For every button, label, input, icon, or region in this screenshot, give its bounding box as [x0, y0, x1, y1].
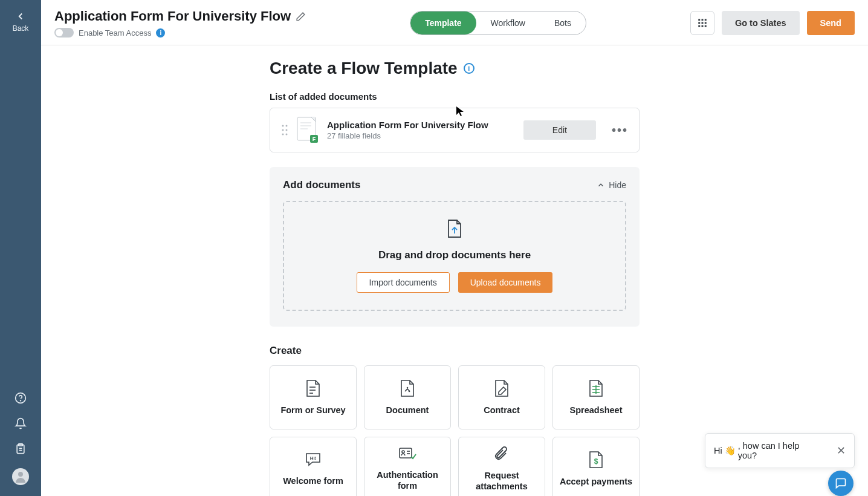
create-card-label: Document — [386, 405, 429, 416]
document-name: Application Form For University Flow — [327, 120, 515, 130]
svg-text:F: F — [313, 136, 316, 142]
svg-rect-7 — [698, 19, 700, 21]
team-access-label: Enable Team Access — [79, 28, 151, 38]
create-auth-card[interactable]: Authentication form — [364, 437, 451, 496]
svg-point-20 — [282, 134, 284, 135]
upload-documents-button[interactable]: Upload documents — [458, 272, 553, 293]
attachment-icon — [494, 446, 510, 463]
svg-point-17 — [286, 125, 288, 127]
payments-icon: $ — [588, 451, 604, 469]
svg-text:Hi!: Hi! — [310, 455, 317, 461]
mode-segmented-control: Template Workflow Bots — [410, 11, 586, 35]
chevron-up-icon — [597, 181, 605, 189]
svg-point-1 — [21, 400, 21, 401]
svg-rect-13 — [698, 25, 700, 27]
create-document-card[interactable]: Document — [364, 365, 451, 429]
top-header: Application Form For University Flow Ena… — [41, 0, 868, 45]
contract-icon — [494, 379, 510, 397]
create-title: Create — [270, 345, 640, 357]
document-meta: 27 fillable fields — [327, 131, 515, 140]
svg-point-21 — [286, 134, 288, 135]
svg-rect-11 — [701, 22, 703, 24]
create-card-label: Authentication form — [369, 469, 445, 491]
page-title: Create a Flow Template — [270, 59, 458, 78]
svg-rect-15 — [705, 25, 707, 27]
page-title-info-icon[interactable]: i — [464, 63, 474, 74]
spreadsheet-icon — [588, 379, 604, 397]
auth-icon — [398, 446, 416, 462]
tab-workflow[interactable]: Workflow — [476, 11, 540, 34]
document-thumb-icon: F — [297, 117, 319, 143]
create-contract-card[interactable]: Contract — [458, 365, 545, 429]
team-access-info-icon[interactable]: i — [156, 28, 165, 38]
create-card-label: Spreadsheet — [569, 405, 622, 416]
send-button[interactable]: Send — [807, 11, 855, 35]
add-documents-section: Add documents Hide Drag and drop documen… — [270, 167, 640, 327]
tab-template[interactable]: Template — [410, 11, 476, 34]
create-card-label: Welcome form — [283, 475, 343, 486]
hide-label: Hide — [609, 180, 626, 190]
upload-file-icon — [446, 219, 463, 238]
back-label: Back — [13, 24, 29, 33]
add-documents-title: Add documents — [283, 179, 360, 191]
team-access-toggle[interactable] — [54, 28, 74, 38]
avatar[interactable] — [12, 468, 29, 485]
grid-icon — [697, 18, 708, 28]
left-sidebar: Back — [0, 0, 41, 496]
svg-rect-10 — [698, 22, 700, 24]
chat-popup: Hi 👋, how can I help you? ✕ — [705, 433, 855, 468]
bell-icon[interactable] — [15, 417, 27, 429]
back-button[interactable]: Back — [13, 11, 29, 33]
chat-icon — [835, 477, 847, 489]
flow-title: Application Form For University Flow — [54, 8, 291, 24]
svg-point-33 — [409, 391, 410, 391]
go-to-slates-button[interactable]: Go to Slates — [722, 11, 800, 35]
chat-fab[interactable] — [828, 471, 853, 496]
create-card-label: Request attachments — [464, 470, 540, 492]
svg-point-19 — [286, 129, 288, 131]
create-grid: Form or Survey Document Contract Spreads… — [270, 365, 640, 496]
svg-rect-39 — [400, 448, 412, 458]
create-card-label: Accept payments — [560, 476, 632, 487]
svg-rect-8 — [701, 19, 703, 21]
added-docs-label: List of added documents — [270, 91, 640, 102]
create-attachments-card[interactable]: Request attachments — [458, 437, 545, 496]
create-card-label: Form or Survey — [280, 405, 345, 416]
create-form-card[interactable]: Form or Survey — [270, 365, 357, 429]
hide-toggle[interactable]: Hide — [597, 180, 626, 190]
document-icon — [400, 379, 415, 397]
chat-close-icon[interactable]: ✕ — [837, 444, 846, 457]
drop-text: Drag and drop documents here — [378, 249, 531, 261]
form-icon — [305, 379, 321, 397]
tab-bots[interactable]: Bots — [540, 11, 586, 34]
svg-point-16 — [282, 125, 284, 127]
content-area: Create a Flow Template i List of added d… — [41, 45, 868, 496]
edit-document-button[interactable]: Edit — [523, 120, 596, 140]
create-spreadsheet-card[interactable]: Spreadsheet — [552, 365, 640, 429]
help-icon[interactable] — [15, 392, 27, 404]
svg-rect-14 — [701, 25, 703, 27]
svg-text:$: $ — [594, 457, 598, 466]
edit-title-icon[interactable] — [296, 11, 306, 22]
svg-point-32 — [407, 387, 408, 388]
create-welcome-card[interactable]: Hi! Welcome form — [270, 437, 357, 496]
dropzone[interactable]: Drag and drop documents here Import docu… — [283, 201, 626, 311]
import-documents-button[interactable]: Import documents — [357, 272, 450, 293]
apps-grid-button[interactable] — [690, 11, 714, 35]
svg-point-40 — [402, 451, 404, 453]
document-more-icon[interactable]: ••• — [612, 123, 628, 137]
welcome-icon: Hi! — [304, 451, 322, 468]
document-card: F Application Form For University Flow 2… — [270, 108, 640, 152]
svg-rect-12 — [705, 22, 707, 24]
create-payments-card[interactable]: $ Accept payments — [552, 437, 640, 496]
svg-rect-9 — [705, 19, 707, 21]
create-card-label: Contract — [484, 405, 520, 416]
chat-greeting: Hi 👋, how can I help you? — [714, 441, 818, 460]
svg-point-18 — [282, 129, 284, 131]
chevron-left-icon — [15, 11, 26, 22]
drag-handle-icon[interactable] — [281, 124, 288, 136]
svg-point-6 — [18, 472, 23, 477]
clipboard-icon[interactable] — [15, 443, 27, 455]
